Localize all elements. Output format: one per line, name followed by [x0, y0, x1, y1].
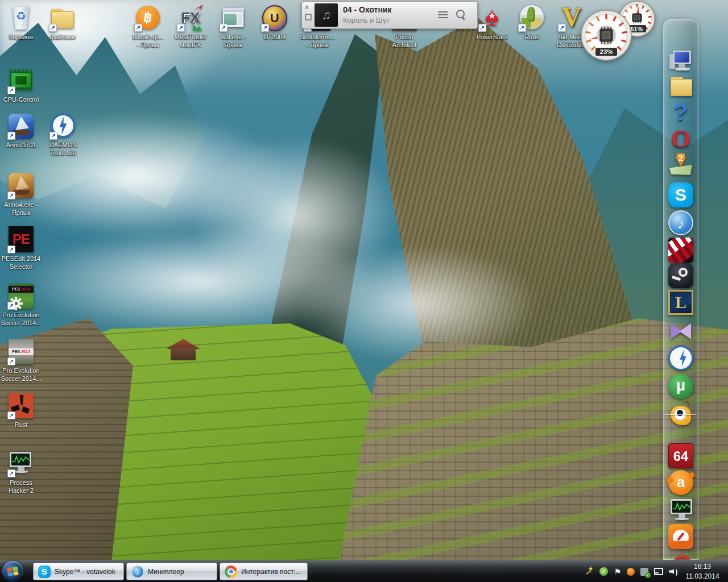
album-art: ♫: [315, 3, 338, 27]
pokerstars-icon: ♠★↗: [478, 5, 506, 32]
dock-avast-icon[interactable]: a: [668, 470, 693, 495]
desktop-icon-process-hacker[interactable]: ↗ Process Hacker 2: [0, 450, 46, 495]
dock-help-icon[interactable]: ?: [668, 99, 693, 124]
dock-boostspeed-icon[interactable]: [668, 524, 693, 549]
cpu-gauge: 23%: [581, 10, 631, 60]
dock-aida64-icon[interactable]: 64: [668, 443, 693, 468]
shortcut-arrow-icon: ↗: [177, 24, 185, 32]
icon-label: Prison Architect: [380, 33, 429, 49]
dock-system-monitor-icon[interactable]: [668, 497, 693, 522]
shortcut-arrow-icon: ↗: [49, 24, 57, 32]
taskbar-button-miniplayer[interactable]: ♪ Миниплеер: [126, 563, 217, 580]
taskbar-button-label: Интерактив пост:...: [241, 568, 301, 576]
ram-chip-icon: [632, 14, 642, 23]
track-title: 04 - Охотник: [343, 5, 391, 14]
dock-skype-icon[interactable]: S: [668, 182, 693, 207]
shortcut-arrow-icon: ↗: [7, 246, 15, 253]
search-icon[interactable]: [456, 10, 465, 18]
folder-icon: ↗: [49, 5, 76, 32]
itunes-icon: ♪: [131, 566, 144, 578]
dock-itunes-icon[interactable]: ♪: [668, 210, 693, 235]
chrome-icon: [225, 566, 237, 578]
shortcut-arrow-icon: ↗: [7, 132, 15, 140]
shortcut-arrow-icon: ↗: [7, 86, 15, 94]
clock-time: 16:13: [680, 562, 725, 572]
desktop-icon-cpu-control[interactable]: ↗ CPU-Control: [0, 67, 46, 103]
dock-opera-icon[interactable]: O: [668, 127, 693, 152]
track-artist: Король и Шут: [343, 16, 390, 24]
dock-league-of-legends-icon[interactable]: L: [668, 290, 693, 315]
shortcut-arrow-icon: ↗: [7, 302, 15, 310]
ram-percent: 51%: [631, 26, 643, 32]
icon-label: UT2004: [250, 33, 299, 41]
desktop-icon-files-folder[interactable]: ↗ файлики: [38, 5, 87, 41]
taskbar: S Skype™ - votavelok ♪ Миниплеер Интерак…: [0, 560, 728, 582]
dock-kmplayer-icon[interactable]: [668, 319, 693, 344]
action-center-flag-icon[interactable]: ⚑: [614, 567, 621, 576]
desktop-icon-pesedit[interactable]: PE↗ PESEdit 2014 Selector: [0, 226, 46, 271]
desktop-icon-rust[interactable]: ↗ Rust: [0, 392, 46, 429]
volume-tray-icon[interactable]: [669, 568, 678, 576]
shortcut-arrow-icon: ↗: [134, 24, 142, 32]
magic-wand-tray-icon[interactable]: [585, 567, 594, 576]
bitcoin-icon: ฿↗: [134, 5, 162, 32]
shortcut-arrow-icon: ↗: [220, 24, 228, 32]
icon-label: PESEdit 2014 Selector: [0, 255, 46, 271]
icon-label: Process Hacker 2: [0, 479, 46, 495]
avast-tray-icon[interactable]: [627, 568, 635, 576]
dock-stripes-app-icon[interactable]: [668, 238, 693, 263]
dock-my-computer-icon[interactable]: [668, 48, 693, 73]
w3l-window-icon: ↗: [220, 5, 247, 32]
desktop-icon-anno4[interactable]: ↗ Anno4.exe - Ярлык: [0, 172, 46, 217]
dock-daemon-tools-icon[interactable]: [668, 346, 693, 371]
cpu-percent: 23%: [599, 48, 613, 55]
desktop-icon-metatrader[interactable]: FX↗ MetaTrader NordFX: [166, 5, 215, 49]
taskbar-button-skype[interactable]: S Skype™ - votavelok: [33, 563, 124, 580]
taskbar-button-label: Миниплеер: [148, 568, 184, 576]
icon-label: Pro Evolution Soccer 2014...: [0, 311, 46, 327]
shortcut-arrow-icon: ↗: [7, 192, 15, 199]
shortcut-arrow-icon: ↗: [7, 469, 15, 477]
anno4-icon: ↗: [7, 172, 35, 199]
icon-label: bitcoin-qt... - Ярлык: [123, 33, 172, 49]
icon-label: MetaTrader NordFX: [166, 33, 215, 49]
system-gauges-widget[interactable]: 51%: [569, 0, 671, 70]
network-tray-icon[interactable]: [654, 568, 663, 575]
cpu-control-icon: ↗: [7, 67, 35, 94]
desktop-icon-ut2004[interactable]: U↗ UT2004: [250, 5, 299, 41]
windows-logo-icon: [7, 567, 19, 577]
desktop-icon-pes2014-selector[interactable]: PES 2014 ↗ Pro Evolution Soccer 2014...: [0, 282, 46, 327]
security-ok-tray-icon[interactable]: ✓: [599, 567, 608, 576]
dock-steam-icon[interactable]: [668, 263, 693, 288]
dock-webmoney-icon[interactable]: [668, 402, 693, 427]
minimize-icon[interactable]: [305, 14, 312, 20]
shortcut-arrow-icon: ↗: [518, 24, 526, 32]
recycle-bin-icon: ♻: [7, 5, 35, 32]
taskbar-clock[interactable]: 16:13 11.03.2014: [680, 562, 725, 581]
shortcut-arrow-icon: ↗: [49, 132, 57, 140]
icon-label: Anno4.exe - Ярлык: [0, 201, 46, 217]
desktop-icon-daemon-tools[interactable]: ↗ DAEMON Tools Lite: [39, 113, 88, 157]
start-button[interactable]: [2, 561, 23, 582]
icon-label: Soulstorm.... - Ярлык: [293, 33, 342, 49]
dock-2gis-maps-icon[interactable]: 2: [668, 152, 693, 177]
desktop-icon-pes2014-game[interactable]: PES 2014 ↗ Pro Evolution Soccer 2014...: [0, 338, 46, 383]
close-icon[interactable]: ×: [305, 5, 313, 10]
pes2014-icon: PES 2014 ↗: [7, 338, 35, 365]
icon-label: DAEMON Tools Lite: [39, 141, 88, 157]
taskbar-button-chrome[interactable]: Интерактив пост:...: [220, 563, 308, 580]
dock-divider: [665, 414, 696, 415]
hut: [171, 348, 196, 360]
dock-folder-icon[interactable]: [668, 73, 693, 98]
taskbar-button-label: Skype™ - votavelok: [55, 568, 115, 576]
ut2004-icon: U↗: [261, 5, 288, 32]
mini-player-widget[interactable]: × ♫ 04 - Охотник Король и Шут: [301, 1, 478, 29]
reus-icon: ↗: [518, 5, 545, 32]
playlist-icon[interactable]: [438, 11, 448, 19]
usb-safely-remove-icon[interactable]: [640, 568, 648, 576]
dock-panel: ? O 2 S ♪ L µ 64 a C: [663, 19, 698, 560]
shortcut-arrow-icon: ↗: [7, 411, 15, 419]
desktop-icon-bitcoin[interactable]: ฿↗ bitcoin-qt... - Ярлык: [123, 5, 172, 49]
dock-utorrent-icon[interactable]: µ: [668, 374, 693, 399]
anno1701-icon: ↗: [7, 113, 35, 140]
